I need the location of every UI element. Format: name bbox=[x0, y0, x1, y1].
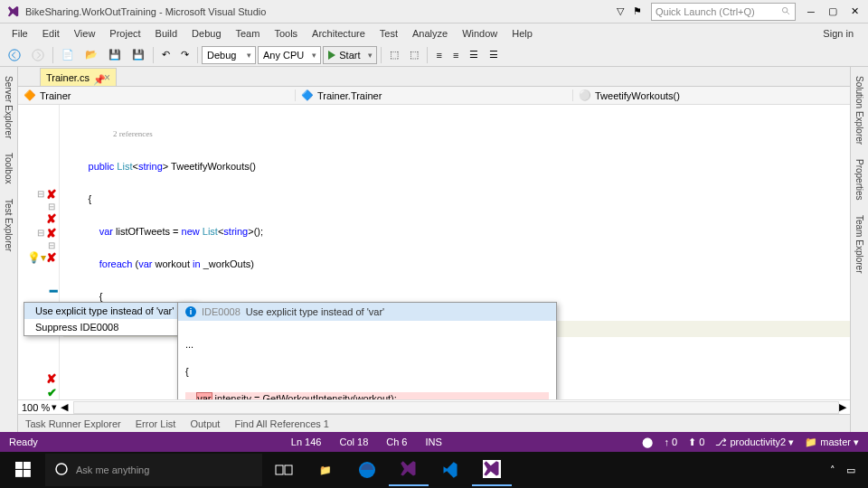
menu-view[interactable]: View bbox=[68, 26, 102, 41]
vs-taskbar-icon-2[interactable] bbox=[472, 454, 512, 486]
info-icon: i bbox=[185, 306, 196, 317]
pin-icon[interactable]: 📌 bbox=[93, 74, 100, 81]
start-button[interactable]: Start bbox=[323, 46, 377, 64]
minimize-button[interactable]: ─ bbox=[805, 5, 817, 18]
bottom-tabs: Task Runner Explorer Error List Output F… bbox=[18, 414, 850, 432]
svg-line-1 bbox=[787, 12, 789, 14]
crumb-class[interactable]: 🔶 Trainer bbox=[18, 89, 296, 101]
status-branch[interactable]: ⎇ productivity2 ▾ bbox=[715, 436, 794, 448]
open-button[interactable]: 📂 bbox=[80, 45, 102, 65]
svg-point-0 bbox=[782, 7, 788, 13]
quick-launch-input[interactable]: Quick Launch (Ctrl+Q) bbox=[651, 3, 796, 21]
qa-use-explicit-type[interactable]: Use explicit type instead of 'var'▶ bbox=[24, 303, 196, 319]
svg-point-2 bbox=[9, 49, 20, 60]
svg-point-8 bbox=[56, 464, 67, 474]
tab-trainer-cs[interactable]: Trainer.cs 📌 × bbox=[40, 68, 117, 86]
tab-server-explorer[interactable]: Server Explorer bbox=[2, 70, 15, 144]
main-area: Server Explorer Toolbox Test Explorer Tr… bbox=[0, 67, 868, 432]
tab-error-list[interactable]: Error List bbox=[136, 418, 176, 429]
vs-taskbar-icon[interactable] bbox=[389, 454, 429, 486]
svg-rect-5 bbox=[24, 462, 31, 469]
menu-help[interactable]: Help bbox=[505, 26, 539, 41]
horizontal-scrollbar[interactable] bbox=[73, 401, 839, 414]
tb-indent-1[interactable]: ≡ bbox=[431, 45, 446, 65]
svg-rect-7 bbox=[24, 470, 31, 477]
crumb-type[interactable]: 🔷 Trainer.Trainer bbox=[296, 89, 573, 101]
save-all-button[interactable]: 💾 bbox=[127, 45, 149, 65]
tb-comment[interactable]: ☰ bbox=[465, 45, 483, 65]
menu-project[interactable]: Project bbox=[103, 26, 146, 41]
status-up[interactable]: ↑ 0 bbox=[664, 436, 677, 447]
redo-button[interactable]: ↷ bbox=[176, 45, 193, 65]
system-tray[interactable]: ˄ ▭ bbox=[830, 465, 864, 476]
save-button[interactable]: 💾 bbox=[104, 45, 126, 65]
back-button[interactable] bbox=[4, 45, 25, 65]
tray-chevron-icon[interactable]: ˄ bbox=[830, 465, 835, 476]
menu-tools[interactable]: Tools bbox=[268, 26, 304, 41]
tray-notifications-icon[interactable]: ▭ bbox=[846, 465, 855, 476]
close-tab-icon[interactable]: × bbox=[104, 71, 110, 84]
tb-indent-2[interactable]: ≡ bbox=[448, 45, 463, 65]
vscode-icon[interactable] bbox=[430, 454, 470, 486]
new-project-button[interactable]: 📄 bbox=[57, 45, 79, 65]
tab-find-refs[interactable]: Find All References 1 bbox=[234, 418, 329, 429]
tb-misc-1[interactable]: ⬚ bbox=[385, 45, 403, 65]
undo-button[interactable]: ↶ bbox=[157, 45, 175, 65]
config-combo[interactable]: Debug bbox=[202, 46, 256, 64]
notifications-icon[interactable]: ⚑ bbox=[633, 5, 642, 17]
svg-rect-4 bbox=[15, 462, 23, 469]
menu-edit[interactable]: Edit bbox=[36, 26, 66, 41]
vs-app-icon bbox=[7, 5, 20, 18]
svg-rect-6 bbox=[15, 470, 23, 477]
platform-combo[interactable]: Any CPU bbox=[258, 46, 321, 64]
feedback-icon[interactable]: ▽ bbox=[617, 5, 624, 17]
menu-debug[interactable]: Debug bbox=[185, 26, 227, 41]
svg-rect-9 bbox=[276, 465, 283, 474]
tab-output[interactable]: Output bbox=[190, 418, 220, 429]
sign-in-link[interactable]: Sign in bbox=[816, 26, 863, 41]
status-line: Ln 146 bbox=[291, 436, 322, 447]
zoom-level[interactable]: 100 % bbox=[22, 402, 50, 413]
quickfix-preview: i IDE0008 Use explicit type instead of '… bbox=[177, 302, 557, 399]
zoom-bar: 100 % ▾ ◀ ▶ bbox=[18, 399, 850, 414]
windows-taskbar: Ask me anything 📁 ˄ ▭ bbox=[0, 452, 868, 488]
menu-analyze[interactable]: Analyze bbox=[406, 26, 454, 41]
menu-team[interactable]: Team bbox=[230, 26, 267, 41]
status-ch: Ch 6 bbox=[386, 436, 407, 447]
status-col: Col 18 bbox=[339, 436, 368, 447]
tb-uncomment[interactable]: ☰ bbox=[485, 45, 503, 65]
tab-team-explorer[interactable]: Team Explorer bbox=[853, 210, 866, 278]
start-button-win[interactable] bbox=[4, 454, 43, 486]
qa-suppress[interactable]: Suppress IDE0008▶ bbox=[24, 319, 196, 335]
task-view-icon[interactable] bbox=[264, 454, 304, 486]
status-repo[interactable]: 📁 master ▾ bbox=[805, 436, 859, 448]
file-explorer-icon[interactable]: 📁 bbox=[306, 454, 345, 486]
menu-build[interactable]: Build bbox=[149, 26, 184, 41]
edge-icon[interactable] bbox=[347, 454, 387, 486]
menu-window[interactable]: Window bbox=[456, 26, 504, 41]
forward-button[interactable] bbox=[27, 45, 49, 65]
close-button[interactable]: ✕ bbox=[848, 5, 861, 18]
document-tabs: Trainer.cs 📌 × bbox=[18, 67, 850, 87]
tab-solution-explorer[interactable]: Solution Explorer bbox=[853, 70, 866, 150]
svg-point-3 bbox=[33, 49, 43, 60]
tb-misc-2[interactable]: ⬚ bbox=[405, 45, 423, 65]
menu-architecture[interactable]: Architecture bbox=[306, 26, 372, 41]
navigation-bar: 🔶 Trainer 🔷 Trainer.Trainer ⚪ TweetifyWo… bbox=[18, 87, 850, 105]
menu-test[interactable]: Test bbox=[373, 26, 404, 41]
toolbar: 📄 📂 💾 💾 ↶ ↷ Debug Any CPU Start ⬚ ⬚ ≡ ≡ … bbox=[0, 43, 868, 67]
tab-properties[interactable]: Properties bbox=[853, 154, 866, 206]
status-ready: Ready bbox=[9, 436, 38, 447]
cortana-icon bbox=[54, 462, 69, 478]
tab-toolbox[interactable]: Toolbox bbox=[2, 147, 15, 189]
maximize-button[interactable]: ▢ bbox=[826, 5, 839, 18]
left-side-tabs: Server Explorer Toolbox Test Explorer bbox=[0, 67, 18, 432]
status-pending[interactable]: ⬤ bbox=[642, 436, 653, 448]
tab-task-runner[interactable]: Task Runner Explorer bbox=[25, 418, 121, 429]
crumb-method[interactable]: ⚪ TweetifyWorkouts() bbox=[573, 89, 850, 101]
cortana-search[interactable]: Ask me anything bbox=[45, 454, 262, 486]
tab-test-explorer[interactable]: Test Explorer bbox=[2, 193, 15, 257]
status-pub[interactable]: ⬆ 0 bbox=[688, 436, 704, 448]
menu-file[interactable]: File bbox=[5, 26, 34, 41]
code-editor[interactable]: ⊟✘ ⊟ ✘ ⊟✘ ⊟ 💡▾✘ ━ ✘ ✘ ✔ bbox=[18, 105, 850, 399]
